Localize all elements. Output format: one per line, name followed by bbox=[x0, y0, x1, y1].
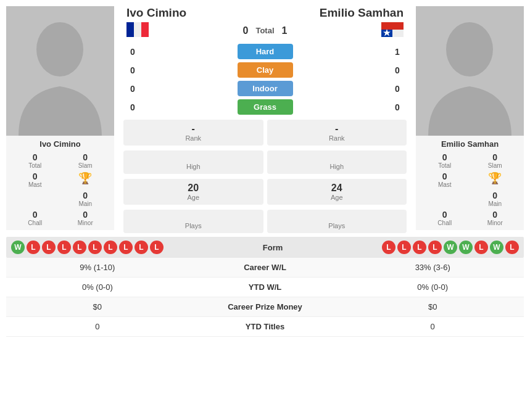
right-main-cell bbox=[421, 189, 469, 207]
left-rank-card: - Rank bbox=[123, 120, 263, 146]
left-mast-lbl: Mast bbox=[11, 181, 59, 188]
left-total-cell: 0 Total bbox=[11, 152, 59, 169]
right-age-val: 24 bbox=[270, 183, 405, 194]
left-main-cell2: 0 Main bbox=[62, 191, 110, 207]
left-name-header: Ivo Cimino bbox=[126, 6, 186, 20]
right-player-photo bbox=[416, 6, 524, 136]
right-slam-lbl: Slam bbox=[471, 162, 520, 169]
left-rank-val: - bbox=[126, 123, 261, 134]
left-main-lbl: Main bbox=[62, 200, 110, 207]
stat-label: Career W/L bbox=[181, 263, 349, 272]
right-total-val: 0 bbox=[421, 152, 469, 162]
left-high-val bbox=[126, 154, 261, 163]
svg-point-1 bbox=[36, 22, 83, 76]
form-badge-left: W bbox=[11, 241, 25, 254]
stat-left-val: $0 bbox=[14, 302, 181, 311]
stat-label: YTD W/L bbox=[181, 282, 349, 292]
right-player-stats: Emilio Samhan 0 Total 0 Slam 0 Mast bbox=[416, 136, 524, 230]
right-rank-lbl: Rank bbox=[270, 134, 405, 142]
main-container: Ivo Cimino 0 Total 0 Slam 0 Mast bbox=[0, 0, 530, 343]
clay-left-score: 0 bbox=[123, 65, 142, 75]
stat-label: Career Prize Money bbox=[181, 302, 349, 311]
right-main-val: 0 bbox=[471, 191, 520, 200]
left-flag bbox=[126, 22, 149, 39]
right-chall-cell: 0 Chall bbox=[421, 210, 469, 226]
right-rank-val: - bbox=[270, 123, 405, 134]
left-chall-cell: 0 Chall bbox=[11, 210, 59, 226]
right-form-badges: LLLLWWLWL bbox=[382, 241, 519, 254]
right-chall-val: 0 bbox=[421, 210, 469, 220]
form-badge-left: L bbox=[88, 241, 102, 254]
form-badge-left: L bbox=[42, 241, 56, 254]
form-badge-right: W bbox=[459, 241, 473, 254]
left-plays-lbl: Plays bbox=[126, 222, 261, 229]
right-total-score: 1 bbox=[282, 25, 288, 36]
right-name-header: Emilio Samhan bbox=[320, 6, 404, 20]
right-age-lbl: Age bbox=[270, 194, 405, 201]
left-trophy-cell: 🏆 bbox=[62, 171, 110, 188]
right-player-col: Emilio Samhan 0 Total 0 Slam 0 Mast bbox=[410, 6, 524, 233]
total-row: 0 Total 1 bbox=[243, 25, 288, 36]
form-badge-right: L bbox=[413, 241, 426, 254]
form-badge-right: W bbox=[490, 241, 503, 254]
form-badge-right: L bbox=[505, 241, 519, 254]
right-plays-lbl: Plays bbox=[270, 222, 405, 229]
flags-total-row: 0 Total 1 bbox=[120, 22, 410, 39]
left-plays-card: Plays bbox=[123, 210, 263, 233]
form-badge-left: L bbox=[57, 241, 71, 254]
right-high-lbl: High bbox=[270, 163, 405, 170]
grass-right-score: 0 bbox=[388, 102, 407, 112]
right-mast-lbl: Mast bbox=[421, 181, 469, 188]
left-high-card: High bbox=[123, 150, 263, 174]
form-label: Form bbox=[263, 243, 283, 252]
left-form-badges: WLLLLLLLLL bbox=[11, 241, 164, 254]
hard-badge: Hard bbox=[238, 44, 293, 59]
indoor-row: 0 Indoor 0 bbox=[123, 81, 407, 96]
total-label: Total bbox=[255, 26, 274, 35]
surfaces-section: 0 Hard 1 0 Clay 0 0 Indoor 0 0 Grass bbox=[120, 44, 410, 115]
form-badge-left: L bbox=[27, 241, 40, 254]
clay-row: 0 Clay 0 bbox=[123, 62, 407, 78]
form-badge-left: L bbox=[104, 241, 117, 254]
stat-right-val: 33% (3-6) bbox=[349, 263, 516, 272]
left-player-name: Ivo Cimino bbox=[11, 139, 109, 149]
stat-row: 9% (1-10) Career W/L 33% (3-6) bbox=[6, 258, 524, 278]
plays-cards: Plays Plays bbox=[120, 210, 410, 233]
right-slam-val: 0 bbox=[471, 152, 520, 162]
right-slam-cell: 0 Slam bbox=[471, 152, 520, 169]
form-badge-left: L bbox=[73, 241, 86, 254]
form-badge-left: L bbox=[119, 241, 133, 254]
indoor-left-score: 0 bbox=[123, 84, 142, 94]
svg-point-10 bbox=[446, 22, 493, 76]
svg-rect-2 bbox=[126, 22, 134, 37]
right-total-lbl: Total bbox=[421, 162, 469, 169]
right-plays-val bbox=[270, 213, 405, 222]
player-names-row: Ivo Cimino Emilio Samhan bbox=[120, 6, 410, 20]
right-trophy-icon: 🏆 bbox=[488, 171, 502, 185]
left-player-col: Ivo Cimino 0 Total 0 Slam 0 Mast bbox=[6, 6, 120, 233]
grass-badge: Grass bbox=[238, 99, 293, 115]
form-badge-right: L bbox=[428, 241, 442, 254]
left-main-val: 0 bbox=[62, 191, 110, 200]
grass-left-score: 0 bbox=[123, 102, 142, 112]
stat-right-val: 0 bbox=[349, 322, 516, 331]
rank-cards: - Rank - Rank bbox=[120, 120, 410, 146]
stat-left-val: 9% (1-10) bbox=[14, 263, 181, 272]
stat-right-val: $0 bbox=[349, 302, 516, 311]
clay-badge: Clay bbox=[238, 62, 293, 78]
age-cards: 20 Age 24 Age bbox=[120, 179, 410, 205]
stat-row: 0 YTD Titles 0 bbox=[6, 317, 524, 337]
right-player-name: Emilio Samhan bbox=[421, 139, 519, 149]
left-slam-lbl: Slam bbox=[62, 162, 110, 169]
stat-left-val: 0 bbox=[14, 322, 181, 331]
right-stats-grid: 0 Total 0 Slam 0 Mast 🏆 bbox=[421, 152, 519, 226]
left-age-card: 20 Age bbox=[123, 179, 263, 205]
hard-left-score: 0 bbox=[123, 47, 142, 57]
indoor-right-score: 0 bbox=[388, 84, 407, 94]
indoor-badge: Indoor bbox=[238, 81, 293, 96]
left-mast-val: 0 bbox=[11, 171, 59, 181]
left-total-lbl: Total bbox=[11, 162, 59, 169]
left-plays-val bbox=[126, 213, 261, 222]
hard-row: 0 Hard 1 bbox=[123, 44, 407, 59]
clay-right-score: 0 bbox=[388, 65, 407, 75]
